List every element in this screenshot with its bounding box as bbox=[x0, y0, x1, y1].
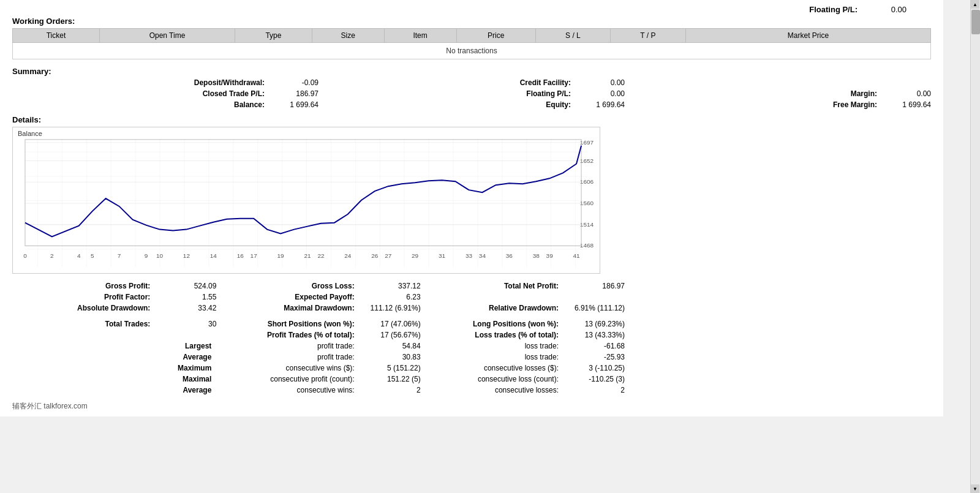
avg-cons-losses-value: 2 bbox=[564, 386, 625, 394]
summary-deposit-value: -0.09 bbox=[270, 78, 318, 87]
stats-row-1: Gross Profit: 524.09 Gross Loss: 337.12 … bbox=[12, 281, 625, 291]
max-cons-wins-value: 5 (151.22) bbox=[360, 364, 421, 372]
col-item: Item bbox=[384, 29, 456, 43]
largest-loss-cell: loss trade: -61.68 bbox=[421, 341, 625, 351]
summary-free-margin-value: 1 699.64 bbox=[882, 100, 931, 109]
svg-text:4: 4 bbox=[77, 252, 81, 259]
avg-loss-label: loss trade: bbox=[525, 353, 564, 361]
summary-balance-label: Balance: bbox=[234, 100, 270, 109]
rel-drawdown-cell: Relative Drawdown: 6.91% (111.12) bbox=[421, 303, 625, 313]
svg-text:14: 14 bbox=[210, 252, 217, 259]
short-pos-value: 17 (47.06%) bbox=[360, 320, 421, 328]
stats-row-7: Average profit trade: 30.83 loss trade: … bbox=[12, 352, 625, 362]
abs-drawdown-label: Absolute Drawdown: bbox=[77, 304, 155, 312]
largest-loss-label: loss trade: bbox=[525, 342, 564, 350]
loss-trades-value: 13 (43.33%) bbox=[564, 331, 625, 339]
maximal-cons-loss-label: consecutive loss (count): bbox=[478, 375, 564, 383]
avg-profit-label: profit trade: bbox=[317, 353, 360, 361]
svg-text:41: 41 bbox=[573, 252, 581, 259]
col-ticket: Ticket bbox=[13, 29, 100, 43]
max-cons-losses-label: consecutive losses ($): bbox=[484, 364, 564, 372]
maximal-header: Maximal bbox=[183, 375, 216, 383]
gross-loss-cell: Gross Loss: 337.12 bbox=[216, 281, 420, 291]
gross-profit-value: 524.09 bbox=[155, 282, 216, 290]
summary-margin-row: Margin: 0.00 bbox=[625, 89, 931, 98]
abs-drawdown-cell: Absolute Drawdown: 33.42 bbox=[12, 303, 216, 313]
rel-drawdown-label: Relative Drawdown: bbox=[489, 304, 564, 312]
svg-text:2: 2 bbox=[50, 252, 54, 259]
summary-title: Summary: bbox=[12, 67, 931, 76]
summary-margin-value: 0.00 bbox=[882, 89, 931, 98]
summary-credit-row: Credit Facility: 0.00 bbox=[318, 78, 625, 87]
max-drawdown-cell: Maximal Drawdown: 111.12 (6.91%) bbox=[216, 303, 420, 313]
stats-row-8: Maximum consecutive wins ($): 5 (151.22)… bbox=[12, 363, 625, 373]
total-net-profit-cell: Total Net Profit: 186.97 bbox=[421, 281, 625, 291]
svg-text:34: 34 bbox=[479, 252, 486, 259]
max-cons-wins-cell: consecutive wins ($): 5 (151.22) bbox=[216, 363, 420, 373]
svg-text:1468: 1468 bbox=[580, 242, 594, 249]
avg-loss-value: -25.93 bbox=[564, 353, 625, 361]
svg-text:36: 36 bbox=[506, 252, 513, 259]
avg-loss-cell: loss trade: -25.93 bbox=[421, 352, 625, 362]
summary-margin-label: Margin: bbox=[851, 89, 882, 98]
scrollbar[interactable]: ▲ ▼ bbox=[970, 0, 980, 493]
maximal-cons-loss-value: -110.25 (3) bbox=[564, 375, 625, 383]
summary-float-pnl-row: Floating P/L: 0.00 bbox=[318, 89, 625, 98]
col-open-time: Open Time bbox=[99, 29, 235, 43]
svg-text:1560: 1560 bbox=[580, 200, 594, 206]
largest-loss-value: -61.68 bbox=[564, 342, 625, 350]
profit-trades-cell: Profit Trades (% of total): 17 (56.67%) bbox=[216, 330, 420, 340]
largest-profit-label: profit trade: bbox=[317, 342, 360, 350]
avg-profit-cell: profit trade: 30.83 bbox=[216, 352, 420, 362]
max-cons-losses-value: 3 (-110.25) bbox=[564, 364, 625, 372]
scrollbar-down-arrow[interactable]: ▼ bbox=[971, 484, 979, 493]
long-pos-value: 13 (69.23%) bbox=[564, 320, 625, 328]
total-trades-label: Total Trades: bbox=[105, 320, 156, 328]
chart-svg: 1697 1652 1606 1560 1514 1468 bbox=[13, 127, 600, 273]
summary-equity-value: 1 699.64 bbox=[576, 100, 625, 109]
svg-text:21: 21 bbox=[304, 252, 311, 259]
stats-row-2: Profit Factor: 1.55 Expected Payoff: 6.2… bbox=[12, 292, 625, 302]
profit-trades-value: 17 (56.67%) bbox=[360, 331, 421, 339]
col-sl: S / L bbox=[536, 29, 611, 43]
max-drawdown-value: 111.12 (6.91%) bbox=[360, 304, 421, 312]
gross-profit-cell: Gross Profit: 524.09 bbox=[12, 281, 216, 291]
avg-cons-wins-label: consecutive wins: bbox=[297, 386, 360, 394]
short-pos-cell: Short Positions (won %): 17 (47.06%) bbox=[216, 319, 420, 329]
summary-credit-label: Credit Facility: bbox=[520, 78, 576, 87]
loss-trades-label: Loss trades (% of total): bbox=[475, 331, 564, 339]
working-orders-title: Working Orders: bbox=[12, 17, 931, 26]
svg-text:38: 38 bbox=[533, 252, 540, 259]
largest-profit-cell: profit trade: 54.84 bbox=[216, 341, 420, 351]
total-trades-value: 30 bbox=[155, 320, 216, 328]
svg-text:1697: 1697 bbox=[580, 139, 594, 146]
stats-row-6: Largest profit trade: 54.84 loss trade: … bbox=[12, 341, 625, 351]
max-cons-losses-cell: consecutive losses ($): 3 (-110.25) bbox=[421, 363, 625, 373]
stats-row-10: Average consecutive wins: 2 consecutive … bbox=[12, 385, 625, 395]
footer-text: 辅客外汇 talkforex.com bbox=[12, 402, 88, 410]
scrollbar-up-arrow[interactable]: ▲ bbox=[971, 0, 979, 9]
svg-text:24: 24 bbox=[344, 252, 352, 259]
profit-factor-cell: Profit Factor: 1.55 bbox=[12, 292, 216, 302]
floating-pl-header-value: 0.00 bbox=[870, 5, 907, 14]
maximal-cons-profit-cell: consecutive profit (count): 151.22 (5) bbox=[216, 374, 420, 384]
summary-closed-pnl-row: Closed Trade P/L: 186.97 bbox=[12, 89, 318, 98]
summary-float-pnl-value: 0.00 bbox=[576, 89, 625, 98]
long-pos-label: Long Positions (won %): bbox=[473, 320, 564, 328]
maximum-header: Maximum bbox=[178, 364, 216, 372]
summary-col-3: Margin: 0.00 Free Margin: 1 699.64 bbox=[625, 78, 931, 109]
summary-col-2: Credit Facility: 0.00 Floating P/L: 0.00… bbox=[318, 78, 625, 109]
svg-text:1652: 1652 bbox=[580, 157, 594, 164]
rel-drawdown-value: 6.91% (111.12) bbox=[564, 304, 625, 312]
avg-cons-wins-value: 2 bbox=[360, 386, 421, 394]
profit-factor-label: Profit Factor: bbox=[104, 293, 155, 301]
scrollbar-thumb[interactable] bbox=[971, 10, 980, 34]
summary-closed-pnl-value: 186.97 bbox=[270, 89, 318, 98]
working-orders-table: Ticket Open Time Type Size Item Price S … bbox=[12, 28, 931, 59]
gross-loss-label: Gross Loss: bbox=[312, 282, 360, 290]
maximal-cons-profit-value: 151.22 (5) bbox=[360, 375, 421, 383]
stats-row-5: Profit Trades (% of total): 17 (56.67%) … bbox=[12, 330, 625, 340]
long-pos-cell: Long Positions (won %): 13 (69.23%) bbox=[421, 319, 625, 329]
svg-text:17: 17 bbox=[251, 252, 258, 259]
short-pos-label: Short Positions (won %): bbox=[268, 320, 360, 328]
